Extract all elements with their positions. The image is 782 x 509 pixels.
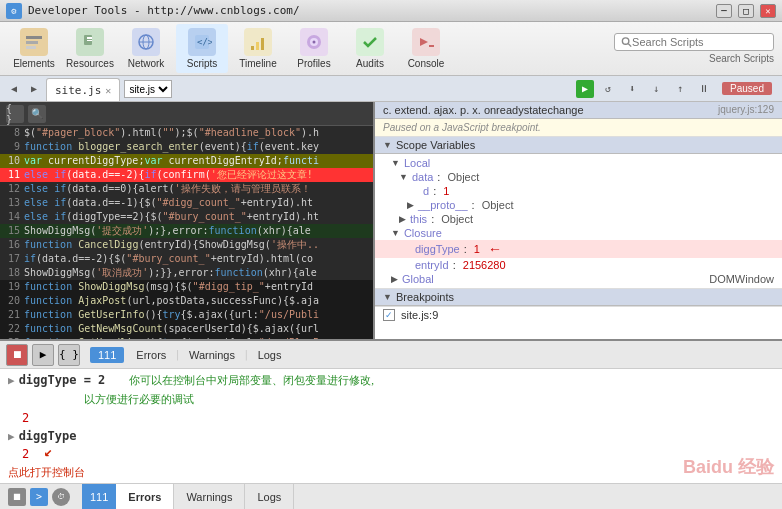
local-expand-arrow[interactable]: ▼ xyxy=(391,158,400,168)
scripts-tab-bar: ◀ ▶ site.js ✕ site.js ▶ ↺ ⬇ ↓ ↑ ⏸ Paused xyxy=(0,76,782,102)
scope-global[interactable]: ▶ Global DOMWindow xyxy=(375,272,782,286)
audits-label: Audits xyxy=(356,58,384,69)
svg-rect-13 xyxy=(261,38,264,50)
count-badge: 111 xyxy=(90,347,124,363)
console-label: Console xyxy=(408,58,445,69)
minimize-button[interactable]: ─ xyxy=(716,4,732,18)
debug-step-out[interactable]: ↑ xyxy=(670,83,690,94)
closure-expand-arrow[interactable]: ▼ xyxy=(391,228,400,238)
console-line-val2: 2 xyxy=(8,447,774,461)
scope-data-d: d : 1 xyxy=(375,184,782,198)
warnings-tab[interactable]: Warnings xyxy=(174,484,245,509)
svg-rect-2 xyxy=(26,46,36,49)
scripts-nav-forward[interactable]: ▶ xyxy=(24,76,44,101)
proto-expand-arrow[interactable]: ▶ xyxy=(407,200,414,210)
scope-proto[interactable]: ▶ __proto__ : Object xyxy=(375,198,782,212)
tab-profiles[interactable]: Profiles xyxy=(288,24,340,73)
script-tab-site-js[interactable]: site.js ✕ xyxy=(46,78,120,101)
tab-timeline[interactable]: Timeline xyxy=(232,24,284,73)
errors-tab[interactable]: Errors xyxy=(116,484,174,509)
console-line-1: ▶ diggType = 2 你可以在控制台中对局部变量、闭包变量进行修改, xyxy=(8,373,774,388)
scope-variables-header[interactable]: ▼ Scope Variables xyxy=(375,137,782,154)
console-output: ▶ diggType = 2 你可以在控制台中对局部变量、闭包变量进行修改, 以… xyxy=(0,369,782,484)
code-line-13: 13 else if(data.d==-1){$("#digg_count_"+… xyxy=(0,196,373,210)
code-line-14: 14 else if(diggType==2){$("#bury_count_"… xyxy=(0,210,373,224)
console-note-1: 你可以在控制台中对局部变量、闭包变量进行修改, xyxy=(129,373,374,388)
bottom-stop-btn[interactable]: ⏹ xyxy=(8,488,26,506)
tab-elements[interactable]: Elements xyxy=(8,24,60,73)
search-label: Search Scripts xyxy=(709,53,774,64)
scope-this[interactable]: ▶ this : Object xyxy=(375,212,782,226)
tab-network[interactable]: Network xyxy=(120,24,172,73)
resources-label: Resources xyxy=(66,58,114,69)
clear-button[interactable]: ⏹ xyxy=(6,344,28,366)
scope-icon-btn[interactable]: { } xyxy=(58,344,80,366)
scripts-icon: </> xyxy=(188,28,216,56)
code-line-19: 19 function ShowDiggMsg(msg){$("#digg_ti… xyxy=(0,280,373,294)
console-line-val1: 2 xyxy=(8,411,774,425)
logs-tab-label[interactable]: Logs xyxy=(258,349,282,361)
data-expand-arrow[interactable]: ▼ xyxy=(399,172,408,182)
code-format-btn[interactable]: { } xyxy=(6,105,24,123)
code-area[interactable]: 8 $("#pager_block").html("");$("#headlin… xyxy=(0,126,373,355)
search-input[interactable] xyxy=(632,36,767,48)
elements-label: Elements xyxy=(13,58,55,69)
code-line-16: 16 function CancelDigg(entryId){ShowDigg… xyxy=(0,238,373,252)
search-area: Search Scripts xyxy=(614,33,774,64)
breakpoints-header[interactable]: ▼ Breakpoints xyxy=(375,289,782,306)
breakpoints-label: Breakpoints xyxy=(396,291,454,303)
script-tab-close[interactable]: ✕ xyxy=(105,85,111,96)
errors-tab-label[interactable]: Errors xyxy=(136,349,166,361)
tab-audits[interactable]: Audits xyxy=(344,24,396,73)
console-icon xyxy=(412,28,440,56)
baidu-watermark: Baidu 经验 xyxy=(683,455,774,479)
console-line-2: 以方便进行必要的调试 xyxy=(8,392,774,407)
bottom-console-btn[interactable]: > xyxy=(30,488,48,506)
bottom-toolbar: ⏹ ▶ { } 111 Errors | Warnings | Logs xyxy=(0,341,782,369)
click-annotation: 点此打开控制台 xyxy=(8,465,774,480)
close-button[interactable]: ✕ xyxy=(760,4,776,18)
tab-console[interactable]: Console xyxy=(400,24,452,73)
debug-deactivate[interactable]: ⏸ xyxy=(694,83,714,94)
scope-local[interactable]: ▼ Local xyxy=(375,156,782,170)
breakpoint-checkbox[interactable]: ✓ xyxy=(383,309,395,321)
scripts-nav-back[interactable]: ◀ xyxy=(4,76,24,101)
console-play-btn[interactable]: ▶ xyxy=(32,344,54,366)
scope-closure[interactable]: ▼ Closure xyxy=(375,226,782,240)
svg-rect-5 xyxy=(87,40,92,41)
scripts-label: Scripts xyxy=(187,58,218,69)
debug-play-button[interactable]: ▶ xyxy=(576,80,594,98)
resources-icon xyxy=(76,28,104,56)
search-input-wrap[interactable] xyxy=(614,33,774,51)
code-toolbar: { } 🔍 xyxy=(0,102,373,126)
callstack-header: c. extend. ajax. p. x. onreadystatechang… xyxy=(375,102,782,119)
bottom-clock-btn[interactable]: ⏱ xyxy=(52,488,70,506)
warnings-tab-label[interactable]: Warnings xyxy=(189,349,235,361)
scope-label: Scope Variables xyxy=(396,139,475,151)
code-line-22: 22 function GetNewMsgCount(spacerUserId)… xyxy=(0,322,373,336)
code-line-18: 18 ShowDiggMsg('取消成功');}},error:function… xyxy=(0,266,373,280)
script-file-select[interactable]: site.js xyxy=(124,80,172,98)
bottom-left-buttons: ⏹ > ⏱ xyxy=(0,484,82,509)
right-panel: c. extend. ajax. p. x. onreadystatechang… xyxy=(375,102,782,355)
logs-tab[interactable]: Logs xyxy=(245,484,294,509)
this-expand-arrow[interactable]: ▶ xyxy=(399,214,406,224)
svg-point-16 xyxy=(313,41,316,44)
network-label: Network xyxy=(128,58,165,69)
maximize-button[interactable]: □ xyxy=(738,4,754,18)
tab-scripts[interactable]: </> Scripts xyxy=(176,24,228,73)
code-search-btn[interactable]: 🔍 xyxy=(28,105,46,123)
diggtype-arrow: ← xyxy=(488,241,502,257)
debug-step-into[interactable]: ↓ xyxy=(646,83,666,94)
bp-triangle: ▼ xyxy=(383,292,392,302)
debug-step-over[interactable]: ⬇ xyxy=(622,83,642,94)
breakpoint-item[interactable]: ✓ site.js:9 xyxy=(375,307,782,323)
scope-data-object[interactable]: ▼ data : Object xyxy=(375,170,782,184)
svg-point-19 xyxy=(622,38,628,44)
error-count-badge: 111 xyxy=(82,484,116,509)
tab-resources[interactable]: Resources xyxy=(64,24,116,73)
global-expand-arrow[interactable]: ▶ xyxy=(391,274,398,284)
svg-rect-4 xyxy=(87,37,92,39)
timeline-label: Timeline xyxy=(239,58,276,69)
debug-reload-button[interactable]: ↺ xyxy=(598,83,618,94)
